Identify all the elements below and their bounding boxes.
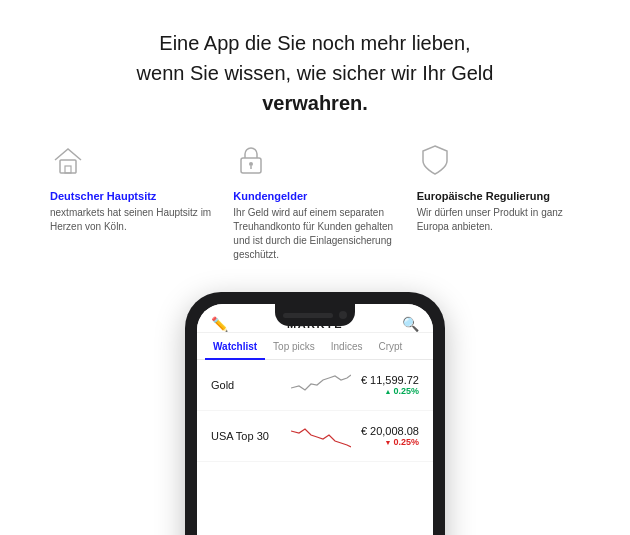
edit-icon[interactable]: ✏️ xyxy=(211,316,228,332)
stock-name-usa: USA Top 30 xyxy=(211,430,281,442)
phone-body: ✏️ MÄRKTE 🔍 Watchlist Top picks Indices … xyxy=(185,292,445,535)
tab-watchlist[interactable]: Watchlist xyxy=(205,333,265,360)
hero-line3: verwahren. xyxy=(262,92,368,114)
svg-point-3 xyxy=(249,162,253,166)
stock-change-usa: 0.25% xyxy=(361,437,419,447)
stock-price-block-usa: € 20,008.08 0.25% xyxy=(361,425,419,447)
search-icon[interactable]: 🔍 xyxy=(402,316,419,332)
feature-regulierung-title: Europäische Regulierung xyxy=(417,190,580,202)
feature-regulierung: Europäische Regulierung Wir dürfen unser… xyxy=(407,142,590,262)
stock-change-gold: 0.25% xyxy=(361,386,419,396)
stock-item-gold[interactable]: Gold € 11,599.72 0.25% xyxy=(197,360,433,411)
phone-screen: ✏️ MÄRKTE 🔍 Watchlist Top picks Indices … xyxy=(197,304,433,535)
down-arrow-usa xyxy=(385,437,392,447)
up-arrow-gold xyxy=(385,386,392,396)
feature-hauptsitz: Deutscher Hauptsitz nextmarkets hat sein… xyxy=(40,142,223,262)
stock-change-value-gold: 0.25% xyxy=(393,386,419,396)
stock-name-gold: Gold xyxy=(211,379,281,391)
hero-section: Eine App die Sie noch mehr lieben, wenn … xyxy=(0,0,630,142)
svg-rect-1 xyxy=(65,166,71,173)
features-row: Deutscher Hauptsitz nextmarkets hat sein… xyxy=(0,142,630,282)
stock-price-block-gold: € 11,599.72 0.25% xyxy=(361,374,419,396)
stock-item-usa-top-30[interactable]: USA Top 30 € 20,008.08 0.25% xyxy=(197,411,433,462)
stock-price-usa: € 20,008.08 xyxy=(361,425,419,437)
feature-kundengelder: Kundengelder Ihr Geld wird auf einem sep… xyxy=(223,142,406,262)
shield-icon xyxy=(417,142,453,178)
stock-chart-usa xyxy=(291,421,351,451)
hero-line2: wenn Sie wissen, wie sicher wir Ihr Geld xyxy=(137,62,494,84)
feature-regulierung-desc: Wir dürfen unser Produkt in ganz Europa … xyxy=(417,206,580,234)
stock-chart-gold xyxy=(291,370,351,400)
stock-list: Gold € 11,599.72 0.25% USA Top 30 xyxy=(197,360,433,535)
stock-price-gold: € 11,599.72 xyxy=(361,374,419,386)
stock-change-value-usa: 0.25% xyxy=(393,437,419,447)
tab-crypto[interactable]: Crypt xyxy=(370,333,410,360)
feature-hauptsitz-desc: nextmarkets hat seinen Hauptsitz im Herz… xyxy=(50,206,213,234)
phone-notch xyxy=(275,304,355,326)
phone-speaker xyxy=(283,313,333,318)
hero-line1: Eine App die Sie noch mehr lieben, xyxy=(159,32,470,54)
tab-toppicks[interactable]: Top picks xyxy=(265,333,323,360)
tab-indices[interactable]: Indices xyxy=(323,333,371,360)
app-tabs: Watchlist Top picks Indices Crypt xyxy=(197,333,433,360)
feature-hauptsitz-title: Deutscher Hauptsitz xyxy=(50,190,213,202)
home-icon xyxy=(50,142,86,178)
lock-icon xyxy=(233,142,269,178)
phone-mockup: ✏️ MÄRKTE 🔍 Watchlist Top picks Indices … xyxy=(0,292,630,535)
feature-kundengelder-desc: Ihr Geld wird auf einem separaten Treuha… xyxy=(233,206,396,262)
front-camera xyxy=(339,311,347,319)
feature-kundengelder-title: Kundengelder xyxy=(233,190,396,202)
